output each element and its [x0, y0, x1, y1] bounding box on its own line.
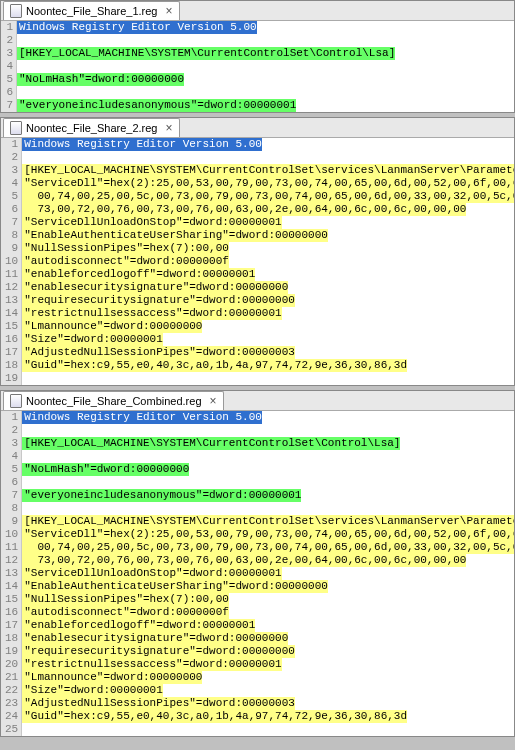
code-line[interactable]: "Lmannounce"=dword:00000000 [22, 320, 202, 333]
code-line[interactable] [22, 476, 514, 489]
code-line[interactable]: 00,74,00,25,00,5c,00,73,00,79,00,73,00,7… [22, 190, 514, 203]
line-number: 7 [5, 216, 18, 229]
code-line[interactable]: [HKEY_LOCAL_MACHINE\SYSTEM\CurrentContro… [22, 164, 514, 177]
code-line[interactable]: "EnableAuthenticateUserSharing"=dword:00… [22, 580, 328, 593]
code-editor[interactable]: 1234567 Windows Registry Editor Version … [1, 21, 514, 112]
code-line[interactable]: "NullSessionPipes"=hex(7):00,00 [22, 242, 229, 255]
code-line[interactable]: [HKEY_LOCAL_MACHINE\SYSTEM\CurrentContro… [17, 47, 395, 60]
editor-pane-3: Noontec_File_Share_Combined.reg × 123456… [0, 390, 515, 737]
line-number: 2 [5, 34, 13, 47]
line-number: 18 [5, 632, 18, 645]
file-icon [10, 121, 22, 135]
line-number: 9 [5, 515, 18, 528]
code-line[interactable]: "ServiceDllUnloadOnStop"=dword:00000001 [22, 567, 281, 580]
code-line[interactable]: "AdjustedNullSessionPipes"=dword:0000000… [22, 697, 295, 710]
code-column[interactable]: Windows Registry Editor Version 5.00 [HK… [22, 138, 514, 385]
close-icon[interactable]: × [165, 6, 172, 16]
code-line[interactable]: 73,00,72,00,76,00,73,00,76,00,63,00,2e,0… [22, 554, 466, 567]
code-line[interactable]: "requiresecuritysignature"=dword:0000000… [22, 645, 295, 658]
file-icon [10, 394, 22, 408]
code-line[interactable]: "Lmannounce"=dword:00000000 [22, 671, 202, 684]
code-line[interactable]: "Size"=dword:00000001 [22, 684, 163, 697]
line-number: 4 [5, 177, 18, 190]
line-number: 11 [5, 268, 18, 281]
tab-label: Noontec_File_Share_1.reg [26, 5, 157, 17]
code-line[interactable]: "enablesecuritysignature"=dword:00000000 [22, 632, 288, 645]
code-column[interactable]: Windows Registry Editor Version 5.00 [HK… [17, 21, 514, 112]
code-line[interactable]: "enableforcedlogoff"=dword:00000001 [22, 619, 255, 632]
file-tab[interactable]: Noontec_File_Share_1.reg × [3, 1, 180, 20]
code-line[interactable]: "everyoneincludesanonymous"=dword:000000… [17, 99, 296, 112]
code-line[interactable]: "restrictnullsessaccess"=dword:00000001 [22, 307, 281, 320]
line-number: 6 [5, 86, 13, 99]
line-number: 11 [5, 541, 18, 554]
line-number: 9 [5, 242, 18, 255]
code-line[interactable] [22, 450, 514, 463]
code-line[interactable]: Windows Registry Editor Version 5.00 [22, 138, 262, 151]
code-line[interactable]: "NullSessionPipes"=hex(7):00,00 [22, 593, 229, 606]
code-editor[interactable]: 1234567891011121314151617181920212223242… [1, 411, 514, 736]
code-line[interactable]: 73,00,72,00,76,00,73,00,76,00,63,00,2e,0… [22, 203, 466, 216]
code-line[interactable] [22, 502, 514, 515]
line-number: 2 [5, 424, 18, 437]
line-number: 10 [5, 255, 18, 268]
line-number: 7 [5, 489, 18, 502]
code-line[interactable]: "NoLmHash"=dword:00000000 [22, 463, 189, 476]
code-line[interactable]: "enablesecuritysignature"=dword:00000000 [22, 281, 288, 294]
line-number: 17 [5, 346, 18, 359]
tab-bar: Noontec_File_Share_2.reg × [1, 118, 514, 138]
code-line[interactable] [17, 86, 514, 99]
line-number: 18 [5, 359, 18, 372]
code-line[interactable]: "everyoneincludesanonymous"=dword:000000… [22, 489, 301, 502]
code-line[interactable]: "autodisconnect"=dword:0000000f [22, 606, 229, 619]
file-tab[interactable]: Noontec_File_Share_Combined.reg × [3, 391, 224, 410]
code-line[interactable]: "restrictnullsessaccess"=dword:00000001 [22, 658, 281, 671]
line-number: 16 [5, 333, 18, 346]
code-line[interactable]: "Guid"=hex:c9,55,e0,40,3c,a0,1b,4a,97,74… [22, 359, 407, 372]
code-line[interactable] [22, 723, 514, 736]
code-line[interactable]: [HKEY_LOCAL_MACHINE\SYSTEM\CurrentContro… [22, 437, 400, 450]
code-line[interactable]: "AdjustedNullSessionPipes"=dword:0000000… [22, 346, 295, 359]
code-line[interactable]: Windows Registry Editor Version 5.00 [17, 21, 257, 34]
line-number: 3 [5, 164, 18, 177]
line-number: 16 [5, 606, 18, 619]
code-line[interactable] [17, 60, 514, 73]
line-number: 5 [5, 190, 18, 203]
line-number: 3 [5, 47, 13, 60]
editor-pane-2: Noontec_File_Share_2.reg × 1234567891011… [0, 117, 515, 386]
close-icon[interactable]: × [210, 396, 217, 406]
code-line[interactable]: [HKEY_LOCAL_MACHINE\SYSTEM\CurrentContro… [22, 515, 514, 528]
code-line[interactable]: "autodisconnect"=dword:0000000f [22, 255, 229, 268]
line-number: 23 [5, 697, 18, 710]
code-line[interactable]: "ServiceDllUnloadOnStop"=dword:00000001 [22, 216, 281, 229]
code-line[interactable]: 00,74,00,25,00,5c,00,73,00,79,00,73,00,7… [22, 541, 514, 554]
code-line[interactable]: "ServiceDll"=hex(2):25,00,53,00,79,00,73… [22, 528, 514, 541]
tab-bar: Noontec_File_Share_Combined.reg × [1, 391, 514, 411]
code-line[interactable]: Windows Registry Editor Version 5.00 [22, 411, 262, 424]
line-number: 13 [5, 294, 18, 307]
line-number: 2 [5, 151, 18, 164]
line-number: 8 [5, 229, 18, 242]
close-icon[interactable]: × [165, 123, 172, 133]
code-column[interactable]: Windows Registry Editor Version 5.00 [HK… [22, 411, 514, 736]
file-icon [10, 4, 22, 18]
code-line[interactable] [22, 372, 514, 385]
code-editor[interactable]: 12345678910111213141516171819 Windows Re… [1, 138, 514, 385]
file-tab[interactable]: Noontec_File_Share_2.reg × [3, 118, 180, 137]
code-line[interactable]: "enableforcedlogoff"=dword:00000001 [22, 268, 255, 281]
code-line[interactable]: "EnableAuthenticateUserSharing"=dword:00… [22, 229, 328, 242]
line-number: 12 [5, 554, 18, 567]
code-line[interactable] [22, 151, 514, 164]
line-number: 24 [5, 710, 18, 723]
code-line[interactable]: "requiresecuritysignature"=dword:0000000… [22, 294, 295, 307]
line-number: 1 [5, 21, 13, 34]
code-line[interactable]: "Size"=dword:00000001 [22, 333, 163, 346]
code-line[interactable]: "Guid"=hex:c9,55,e0,40,3c,a0,1b,4a,97,74… [22, 710, 407, 723]
line-number: 6 [5, 476, 18, 489]
code-line[interactable] [22, 424, 514, 437]
code-line[interactable]: "ServiceDll"=hex(2):25,00,53,00,79,00,73… [22, 177, 514, 190]
line-number: 1 [5, 411, 18, 424]
line-number: 13 [5, 567, 18, 580]
code-line[interactable] [17, 34, 514, 47]
code-line[interactable]: "NoLmHash"=dword:00000000 [17, 73, 184, 86]
